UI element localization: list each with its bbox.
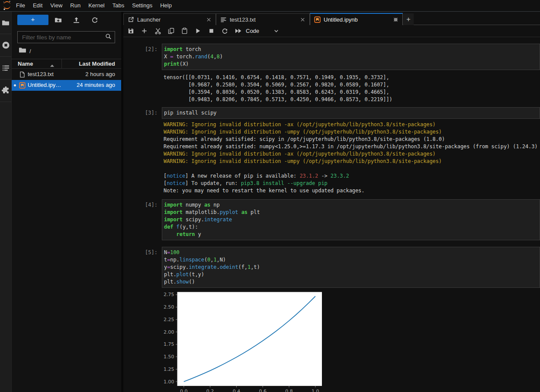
- dirty-icon: [393, 17, 399, 22]
- cell-type-select[interactable]: Code: [246, 28, 279, 34]
- paste-button[interactable]: [181, 28, 188, 34]
- run-all-button[interactable]: [235, 28, 241, 34]
- output-line: [0.9687, 0.2580, 0.3504, 0.5069, 0.2567,…: [164, 81, 540, 89]
- svg-text:2.25: 2.25: [164, 317, 174, 322]
- svg-text:0.8: 0.8: [285, 389, 293, 392]
- menu-item-tabs[interactable]: Tabs: [109, 0, 128, 11]
- code-line: N=100: [164, 249, 540, 256]
- code-editor[interactable]: pip install scipy: [162, 107, 540, 119]
- matplotlib-figure: 1.001.251.501.752.002.252.502.750.00.20.…: [164, 290, 345, 392]
- tab-label: Untitled.ipynb: [324, 16, 358, 23]
- new-launcher-button[interactable]: +: [17, 15, 48, 25]
- new-folder-icon[interactable]: [55, 16, 62, 24]
- output-line: WARNING: Ignoring invalid distribution -…: [164, 158, 540, 165]
- sort-asc-icon: [50, 62, 55, 69]
- copy-button[interactable]: [168, 28, 174, 34]
- file-modified: 24 minutes ago: [77, 82, 115, 88]
- svg-text:1.50: 1.50: [164, 354, 174, 360]
- code-line: plt.plot(t,y): [164, 271, 540, 278]
- cell-0-input[interactable]: [2]:import torchX = torch.rand(4,8)print…: [123, 44, 540, 70]
- sidebar-tab-stop-circle[interactable]: [0, 34, 11, 57]
- file-row[interactable]: Untitled.ipy…24 minutes ago: [12, 80, 121, 91]
- code-line-token: matplotlib.: [183, 209, 220, 215]
- code-line-token: y: [195, 231, 201, 237]
- tab-dirty-indicator[interactable]: [392, 16, 399, 23]
- file-name: test123.txt: [28, 71, 54, 77]
- menu-item-kernel[interactable]: Kernel: [84, 0, 109, 11]
- restart-icon: [222, 28, 228, 34]
- code-line: import matplotlib.pyplot as plt: [164, 209, 540, 216]
- activity-bar: [0, 12, 12, 392]
- menu-item-help[interactable]: Help: [156, 0, 176, 11]
- notebook-toolbar: Code: [123, 25, 540, 37]
- new-tab-button[interactable]: +: [403, 13, 414, 25]
- tab-launcher[interactable]: Launcher: [123, 13, 216, 25]
- menu-item-run[interactable]: Run: [66, 0, 84, 11]
- output-line-token: [0.9687, 0.2580, 0.3504, 0.5069, 0.2567,…: [164, 82, 389, 88]
- close-icon: [206, 17, 211, 22]
- code-editor[interactable]: import torchX = torch.rand(4,8)print(X): [162, 44, 540, 70]
- output-line-token: WARNING: Ignoring invalid distribution -…: [164, 158, 442, 164]
- tab-bar: Launchertest123.txtUntitled.ipynb+: [123, 12, 540, 25]
- svg-text:0.2: 0.2: [206, 389, 214, 392]
- cell-2-input[interactable]: [4]:import numpy as npimport matplotlib.…: [123, 199, 540, 240]
- output-area: tensor([[0.0731, 0.1416, 0.6754, 0.1418,…: [162, 74, 540, 103]
- code-line-token: ): [220, 54, 223, 60]
- code-line-token: import: [164, 209, 183, 215]
- output-line: Requirement already satisfied: numpy<1.2…: [164, 143, 540, 150]
- file-row[interactable]: test123.txt2 hours ago: [12, 69, 121, 80]
- search-icon: [105, 33, 115, 41]
- code-line-token: [164, 231, 177, 237]
- breadcrumb-path: /: [29, 48, 31, 54]
- add-button[interactable]: [141, 28, 148, 34]
- output-prompt: [123, 121, 162, 123]
- cell-1-input[interactable]: [3]:pip install scipy: [123, 107, 540, 119]
- output-line-token: pip3.8 install --upgrade pip: [241, 180, 328, 186]
- code-line-token: (t,y): [189, 271, 204, 277]
- svg-text:2.00: 2.00: [164, 329, 174, 335]
- run-button[interactable]: [195, 28, 201, 34]
- breadcrumb[interactable]: /: [19, 47, 31, 55]
- refresh-icon[interactable]: [91, 16, 99, 24]
- code-line-token: torch: [183, 46, 201, 52]
- cell-1-output: WARNING: Ignoring invalid distribution -…: [123, 121, 540, 194]
- tab-test123-txt[interactable]: test123.txt: [216, 13, 310, 25]
- notebook-icon: [19, 82, 26, 89]
- stop-button[interactable]: [208, 28, 215, 34]
- output-line: [notice] A new release of pip is availab…: [164, 172, 540, 180]
- code-line: t=np.linspace(0,1,N): [164, 256, 540, 264]
- file-browser-toolbar: +: [12, 15, 121, 26]
- save-button[interactable]: [128, 28, 134, 34]
- output-line: WARNING: Ignoring invalid distribution -…: [164, 150, 540, 158]
- filter-box: [17, 31, 115, 43]
- code-line-token: odeint: [220, 264, 238, 270]
- code-editor[interactable]: N=100t=np.linspace(0,1,N)y=scipy.integra…: [162, 247, 540, 288]
- execution-count: [4]:: [123, 199, 162, 209]
- cut-button[interactable]: [154, 28, 161, 34]
- code-line-token: rand: [195, 54, 207, 60]
- tab-close-button[interactable]: [205, 16, 212, 23]
- tab-untitled-ipynb[interactable]: Untitled.ipynb: [310, 13, 403, 25]
- restart-button[interactable]: [222, 28, 228, 34]
- upload-icon[interactable]: [73, 16, 80, 24]
- menu-item-settings[interactable]: Settings: [128, 0, 156, 11]
- tab-close-button[interactable]: [299, 16, 306, 23]
- menu-item-edit[interactable]: Edit: [29, 0, 46, 11]
- sidebar-tab-puzzle[interactable]: [0, 80, 11, 102]
- code-line-token: as: [204, 202, 210, 208]
- code-line: def f(y,t):: [164, 223, 540, 231]
- file-browser-panel: + / Name Last Modified test123.txt2 hour…: [12, 12, 121, 392]
- save-icon: [128, 28, 134, 34]
- column-header-name[interactable]: Name: [18, 61, 33, 67]
- cell-3-input[interactable]: [5]:N=100t=np.linspace(0,1,N)y=scipy.int…: [123, 247, 540, 288]
- sidebar-tab-folder[interactable]: [0, 12, 11, 34]
- menu-item-view[interactable]: View: [46, 0, 66, 11]
- column-header-modified[interactable]: Last Modified: [79, 61, 115, 67]
- code-editor[interactable]: import numpy as npimport matplotlib.pypl…: [162, 199, 540, 240]
- menu-item-file[interactable]: File: [12, 0, 29, 11]
- output-line: [0.3594, 0.8036, 0.0520, 0.1383, 0.8583,…: [164, 89, 540, 96]
- filter-files-input[interactable]: [18, 34, 105, 41]
- sidebar-tab-list[interactable]: [0, 57, 11, 80]
- code-line: plt.show(): [164, 278, 540, 286]
- code-line-token: np: [210, 202, 219, 208]
